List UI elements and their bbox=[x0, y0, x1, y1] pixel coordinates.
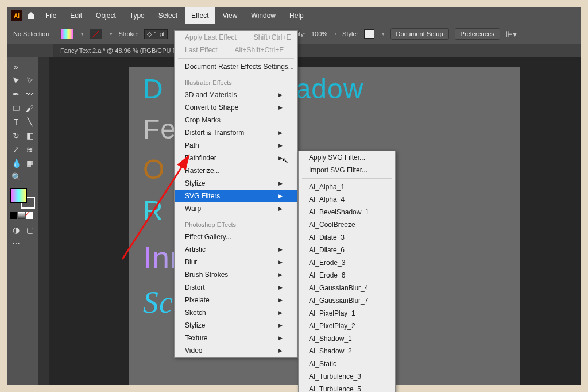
stroke-weight-input[interactable]: ◇1 pt bbox=[144, 29, 167, 39]
draw-mode-icon[interactable]: ◑ bbox=[10, 224, 22, 236]
filter-alpha4[interactable]: AI_Alpha_4 bbox=[299, 193, 395, 206]
filter-pixelplay1[interactable]: AI_PixelPlay_1 bbox=[299, 307, 395, 320]
selection-tool[interactable] bbox=[10, 74, 22, 87]
pen-tool[interactable]: ✒ bbox=[10, 88, 22, 101]
menu-effect-gallery[interactable]: Effect Gallery... bbox=[175, 230, 297, 243]
menu-pathfinder[interactable]: Pathfinder▶ bbox=[175, 152, 297, 164]
align-icon[interactable]: ⊫▾ bbox=[506, 29, 517, 39]
menu-edit[interactable]: Edit bbox=[64, 7, 88, 24]
screen-mode-icon[interactable]: ▢ bbox=[24, 224, 36, 236]
filter-alpha1[interactable]: AI_Alpha_1 bbox=[299, 180, 395, 193]
menu-brush-strokes[interactable]: Brush Strokes▶ bbox=[175, 268, 297, 281]
edit-toolbar-icon[interactable]: ⋯ bbox=[10, 237, 22, 250]
menu-svg-filters[interactable]: SVG Filters▶ bbox=[175, 190, 297, 202]
menu-distort-transform[interactable]: Distort & Transform▶ bbox=[175, 126, 297, 139]
zoom-tool[interactable]: 🔍 bbox=[10, 171, 22, 183]
menu-crop-marks[interactable]: Crop Marks bbox=[175, 114, 297, 126]
filter-turbulence5[interactable]: AI_Turbulence_5 bbox=[299, 383, 395, 392]
document-tab[interactable]: Fancy Text 2.ai* @ 48.96 % (RGB/CPU P bbox=[53, 44, 184, 57]
filter-erode3[interactable]: AI_Erode_3 bbox=[299, 256, 395, 269]
canvas-text-round: R bbox=[143, 195, 164, 226]
app-logo-icon: Ai bbox=[11, 10, 22, 21]
filter-coolbreeze[interactable]: AI_CoolBreeze bbox=[299, 218, 395, 231]
document-setup-button[interactable]: Document Setup bbox=[390, 28, 449, 40]
menu-3d-materials[interactable]: 3D and Materials▶ bbox=[175, 89, 297, 101]
color-mode-swatches[interactable] bbox=[10, 212, 36, 219]
menu-blur[interactable]: Blur▶ bbox=[175, 256, 297, 268]
filter-gaussian4[interactable]: AI_GaussianBlur_4 bbox=[299, 282, 395, 294]
menu-rasterize[interactable]: Rasterize... bbox=[175, 164, 297, 177]
submenu-import-svg[interactable]: Import SVG Filter... bbox=[299, 164, 395, 176]
line-tool[interactable]: ╲ bbox=[24, 116, 36, 128]
filter-dilate3[interactable]: AI_Dilate_3 bbox=[299, 231, 395, 244]
stroke-swatch[interactable] bbox=[90, 29, 102, 39]
fill-swatch[interactable] bbox=[61, 29, 74, 39]
canvas-text-feather: Fe bbox=[143, 113, 176, 145]
type-tool[interactable]: T bbox=[10, 116, 22, 128]
direct-select-tool[interactable] bbox=[24, 74, 36, 87]
menu-help[interactable]: Help bbox=[284, 7, 310, 24]
menu-texture[interactable]: Texture▶ bbox=[175, 332, 297, 344]
stroke-label: Stroke: bbox=[118, 30, 138, 37]
opacity-value[interactable]: 100% bbox=[311, 30, 327, 37]
curvature-tool[interactable]: 〰 bbox=[24, 88, 36, 101]
filter-turbulence3[interactable]: AI_Turbulence_3 bbox=[299, 370, 395, 383]
menu-view[interactable]: View bbox=[217, 7, 243, 24]
menu-sketch[interactable]: Sketch▶ bbox=[175, 306, 297, 319]
eyedropper-tool[interactable]: 💧 bbox=[10, 157, 22, 170]
separator bbox=[178, 58, 294, 59]
menu-path[interactable]: Path▶ bbox=[175, 139, 297, 152]
menu-distort[interactable]: Distort▶ bbox=[175, 281, 297, 294]
canvas-text-outerglow: O bbox=[143, 153, 165, 185]
filter-shadow2[interactable]: AI_Shadow_2 bbox=[299, 345, 395, 358]
chevron-right-icon[interactable]: › bbox=[335, 31, 336, 37]
menu-file[interactable]: File bbox=[40, 7, 62, 24]
filter-pixelplay2[interactable]: AI_PixelPlay_2 bbox=[299, 320, 395, 332]
double-chevron-icon[interactable]: » bbox=[10, 60, 22, 73]
rotate-tool[interactable]: ↻ bbox=[10, 129, 22, 142]
filter-bevelshadow[interactable]: AI_BevelShadow_1 bbox=[299, 206, 395, 218]
eraser-tool[interactable]: ◧ bbox=[24, 129, 36, 142]
menu-header-illustrator: Illustrator Effects bbox=[175, 77, 297, 89]
filter-dilate6[interactable]: AI_Dilate_6 bbox=[299, 244, 395, 256]
menu-stylize[interactable]: Stylize▶ bbox=[175, 177, 297, 190]
menubar: Ai File Edit Object Type Select Effect V… bbox=[7, 7, 581, 24]
separator bbox=[302, 178, 392, 179]
rectangle-tool[interactable] bbox=[10, 102, 22, 114]
menu-warp[interactable]: Warp▶ bbox=[175, 202, 297, 215]
style-label: Style: bbox=[342, 30, 358, 37]
separator bbox=[178, 217, 294, 217]
menu-stylize-ps[interactable]: Stylize▶ bbox=[175, 319, 297, 332]
menu-convert-shape[interactable]: Convert to Shape▶ bbox=[175, 101, 297, 114]
menu-effect[interactable]: Effect bbox=[185, 7, 214, 24]
gradient-tool[interactable]: ▦ bbox=[24, 157, 36, 170]
home-icon[interactable] bbox=[25, 9, 37, 22]
menu-type[interactable]: Type bbox=[124, 7, 150, 24]
menu-video[interactable]: Video▶ bbox=[175, 344, 297, 357]
document-tab-title: Fancy Text 2.ai* @ 48.96 % (RGB/CPU P bbox=[60, 47, 177, 54]
menu-object[interactable]: Object bbox=[90, 7, 122, 24]
svg-rect-0 bbox=[13, 106, 19, 110]
menu-artistic[interactable]: Artistic▶ bbox=[175, 243, 297, 256]
menu-header-photoshop: Photoshop Effects bbox=[175, 219, 297, 230]
menu-raster-settings[interactable]: Document Raster Effects Settings... bbox=[175, 60, 297, 73]
menu-window[interactable]: Window bbox=[245, 7, 281, 24]
preferences-button[interactable]: Preferences bbox=[455, 28, 500, 40]
scale-tool[interactable]: ⤢ bbox=[10, 143, 22, 156]
filter-shadow1[interactable]: AI_Shadow_1 bbox=[299, 332, 395, 345]
effect-menu: Apply Last EffectShift+Ctrl+E Last Effec… bbox=[174, 30, 298, 358]
menu-last-effect: Last EffectAlt+Shift+Ctrl+E bbox=[175, 44, 297, 56]
style-swatch[interactable] bbox=[364, 29, 374, 39]
submenu-apply-svg[interactable]: Apply SVG Filter... bbox=[299, 151, 395, 164]
menu-select[interactable]: Select bbox=[153, 7, 183, 24]
width-tool[interactable]: ≋ bbox=[24, 143, 36, 156]
filter-erode6[interactable]: AI_Erode_6 bbox=[299, 269, 395, 282]
svg-filters-submenu: Apply SVG Filter... Import SVG Filter...… bbox=[298, 151, 396, 392]
brush-tool[interactable]: 🖌 bbox=[24, 102, 36, 114]
menu-pixelate[interactable]: Pixelate▶ bbox=[175, 294, 297, 306]
fill-stroke-swatches[interactable] bbox=[10, 188, 35, 209]
separator bbox=[55, 28, 55, 40]
separator bbox=[178, 75, 294, 75]
filter-gaussian7[interactable]: AI_GaussianBlur_7 bbox=[299, 294, 395, 307]
filter-static[interactable]: AI_Static bbox=[299, 358, 395, 370]
